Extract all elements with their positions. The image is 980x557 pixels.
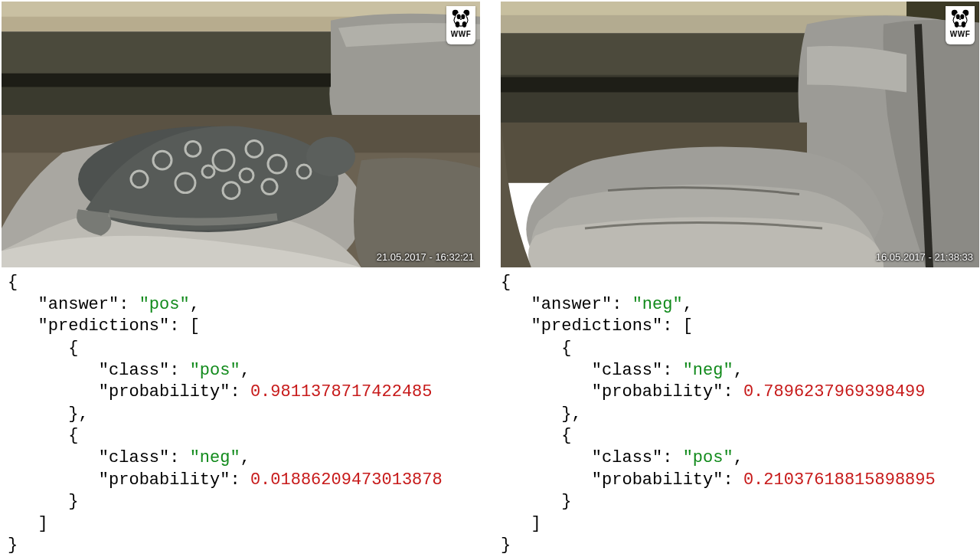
svg-point-27 (461, 14, 465, 19)
json-number: 0.01886209473013878 (250, 470, 443, 490)
right-timestamp: 16.05.2017 - 21:38:33 (876, 251, 973, 264)
wwf-text: WWF (451, 29, 472, 39)
wwf-text: WWF (950, 29, 971, 39)
svg-point-43 (956, 14, 960, 19)
json-key: "class" (99, 361, 169, 380)
svg-point-26 (457, 14, 461, 19)
json-number: 0.7896237969398499 (743, 382, 926, 401)
json-key: "answer" (531, 295, 612, 314)
json-key: "predictions" (531, 316, 663, 336)
svg-point-8 (306, 137, 355, 176)
json-string: "pos" (190, 361, 240, 380)
json-string: "neg" (683, 361, 733, 380)
wwf-logo: WWF (446, 6, 475, 44)
svg-point-28 (460, 18, 462, 20)
json-string: "neg" (632, 295, 683, 314)
left-timestamp: 21.05.2017 - 16:32:21 (377, 251, 474, 264)
figure-container: WWF 21.05.2017 - 16:32:21 { "answer": "p… (0, 0, 980, 557)
right-image: WWF 16.05.2017 - 21:38:33 (501, 2, 979, 267)
json-key: "answer" (38, 295, 119, 314)
seal-scene-svg (2, 2, 480, 267)
json-number: 0.21037618815898895 (743, 470, 936, 490)
svg-point-47 (962, 21, 966, 28)
wwf-logo: WWF (946, 6, 975, 44)
json-string: "neg" (190, 448, 240, 467)
json-key: "predictions" (38, 316, 170, 336)
svg-point-29 (456, 21, 460, 28)
svg-rect-4 (2, 74, 331, 87)
json-string: "pos" (139, 295, 190, 314)
svg-point-44 (960, 14, 964, 19)
svg-point-30 (462, 21, 467, 28)
json-key: "probability" (99, 470, 230, 490)
json-key: "class" (99, 448, 169, 467)
json-key: "probability" (592, 470, 724, 490)
right-json-output: { "answer": "neg", "predictions": [ { "c… (490, 267, 980, 557)
json-key: "probability" (99, 382, 230, 401)
right-panel: WWF 16.05.2017 - 21:38:33 { "answer": "n… (490, 0, 980, 557)
json-key: "class" (592, 361, 662, 380)
svg-rect-36 (501, 77, 799, 93)
svg-point-45 (959, 18, 961, 20)
json-string: "pos" (683, 448, 733, 467)
left-image: WWF 21.05.2017 - 16:32:21 (2, 2, 480, 267)
json-number: 0.9811378717422485 (250, 382, 433, 401)
json-key: "class" (592, 448, 662, 467)
panda-icon (949, 8, 971, 29)
panda-icon (450, 8, 472, 29)
left-json-output: { "answer": "pos", "predictions": [ { "c… (0, 267, 490, 557)
left-panel: WWF 21.05.2017 - 16:32:21 { "answer": "p… (0, 0, 490, 557)
json-key: "probability" (592, 382, 724, 401)
svg-point-46 (955, 21, 959, 28)
rocks-scene-svg (501, 2, 979, 267)
